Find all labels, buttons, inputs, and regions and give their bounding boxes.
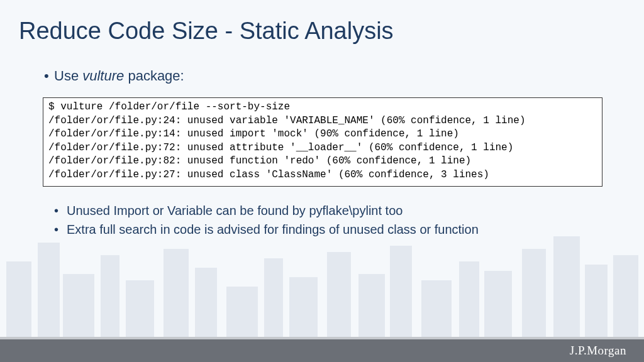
- slide-title: Reduce Code Size - Static Analysis: [19, 18, 394, 45]
- note-pyflake: Unused Import or Variable can be found b…: [67, 201, 479, 220]
- text-use-suffix: package:: [124, 68, 184, 84]
- jpmorgan-logo: J.P.Morgan: [570, 344, 626, 358]
- footer-bar: J.P.Morgan: [0, 337, 644, 362]
- bullet-use-vulture: Use vulture package:: [54, 68, 184, 84]
- code-line-1: $ vulture /folder/or/file --sort-by-size: [48, 101, 290, 112]
- text-vulture: vulture: [82, 68, 124, 84]
- code-line-5: /folder/or/file.py:82: unused function '…: [48, 155, 471, 167]
- note-full-search: Extra full search in code is advised for…: [67, 220, 479, 239]
- code-block: $ vulture /folder/or/file --sort-by-size…: [43, 97, 602, 187]
- code-line-3: /folder/or/file.py:14: unused import 'mo…: [48, 128, 459, 140]
- code-line-6: /folder/or/file.py:27: unused class 'Cla…: [48, 169, 489, 180]
- code-line-2: /folder/or/file.py:24: unused variable '…: [48, 115, 526, 126]
- code-line-4: /folder/or/file.py:72: unused attribute …: [48, 142, 513, 153]
- notes-list: Unused Import or Variable can be found b…: [67, 201, 479, 239]
- text-use-prefix: Use: [54, 68, 82, 84]
